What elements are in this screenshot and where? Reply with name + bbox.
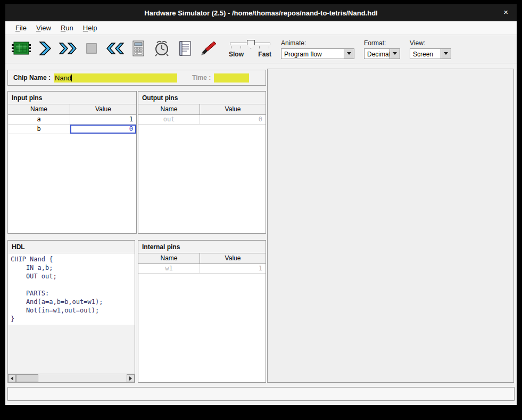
table-row: w1 1	[138, 264, 266, 274]
stop-button[interactable]	[80, 38, 103, 60]
view-dropdown-button[interactable]	[441, 49, 451, 59]
chip-name-bar: Chip Name : Nand Time :	[7, 70, 266, 86]
table-row: out 0	[138, 115, 266, 125]
clear-button[interactable]	[197, 38, 220, 60]
hdl-horizontal-scrollbar[interactable]	[8, 374, 135, 382]
output-pins-title: Output pins	[138, 92, 266, 104]
output-pins-header: Name Value	[138, 104, 266, 115]
document-icon	[178, 40, 192, 58]
pin-name: w1	[138, 264, 200, 273]
pin-value: 0	[200, 115, 266, 124]
column-header-value: Value	[200, 253, 266, 263]
input-pins-title: Input pins	[8, 92, 136, 104]
chip-name-input[interactable]: Nand	[54, 73, 177, 83]
input-pins-panel: Input pins Name Value a 1 b 0	[7, 91, 137, 234]
status-message-bar	[7, 387, 515, 401]
speed-slider: Slow Fast	[229, 40, 271, 58]
pin-value-selected[interactable]: 0	[70, 125, 136, 134]
slider-slow-label: Slow	[229, 51, 244, 58]
arrow-right-icon	[129, 376, 132, 381]
input-pins-body: a 1 b 0	[8, 115, 136, 233]
view-label: View:	[410, 39, 451, 47]
reset-icon	[105, 41, 125, 57]
animate-value: Program flow	[281, 49, 344, 59]
internal-pins-header: Name Value	[138, 253, 266, 264]
slider-fast-label: Fast	[258, 51, 271, 58]
hdl-panel: HDL CHIP Nand { IN a,b; OUT out; PARTS: …	[7, 240, 135, 383]
input-pins-header: Name Value	[8, 104, 136, 115]
output-pins-panel: Output pins Name Value out 0	[138, 91, 266, 234]
column-header-name: Name	[138, 253, 200, 263]
calculator-icon	[131, 40, 146, 59]
screen-view-panel	[267, 69, 514, 383]
pin-value: 1	[200, 264, 266, 273]
reset-button[interactable]	[104, 38, 126, 60]
single-step-icon	[37, 41, 53, 57]
column-header-value: Value	[70, 104, 136, 114]
table-row: a 1	[8, 115, 136, 125]
chevron-down-icon	[347, 52, 351, 55]
pin-name: a	[8, 115, 70, 124]
load-chip-button[interactable]	[10, 38, 32, 60]
internal-pins-panel: Internal pins Name Value w1 1	[138, 240, 266, 383]
single-step-button[interactable]	[34, 38, 56, 60]
main-area: Chip Name : Nand Time : Input pins Name …	[5, 63, 517, 405]
brush-icon	[200, 40, 217, 58]
column-header-name: Name	[8, 104, 70, 114]
format-select[interactable]: Decimal	[364, 48, 400, 59]
menu-run[interactable]: Run	[56, 22, 78, 34]
scroll-left-button[interactable]	[8, 374, 16, 382]
column-header-value: Value	[200, 104, 266, 114]
window-title: Hardware Simulator (2.5) - /home/thomas/…	[144, 9, 377, 17]
scroll-right-button[interactable]	[127, 374, 135, 382]
toolbar: Slow Fast Animate: Program flow Format: …	[5, 35, 517, 63]
view-value: Screen	[410, 49, 441, 59]
output-pins-body: out 0	[138, 115, 266, 233]
chip-name-label: Chip Name :	[13, 74, 51, 81]
hdl-body: CHIP Nand { IN a,b; OUT out; PARTS: And(…	[8, 253, 135, 382]
hdl-code: CHIP Nand { IN a,b; OUT out; PARTS: And(…	[8, 253, 135, 325]
menu-view[interactable]: View	[31, 22, 56, 34]
title-bar: Hardware Simulator (2.5) - /home/thomas/…	[5, 4, 517, 21]
internal-pins-title: Internal pins	[138, 241, 266, 253]
app-window: Hardware Simulator (2.5) - /home/thomas/…	[5, 4, 517, 405]
animate-dropdown-button[interactable]	[344, 49, 354, 59]
text-caret	[71, 75, 72, 81]
chevron-down-icon	[444, 52, 448, 55]
time-field	[214, 73, 249, 83]
hdl-title: HDL	[8, 241, 135, 253]
scrollbar-thumb[interactable]	[16, 374, 38, 382]
close-button[interactable]: ×	[503, 7, 508, 17]
time-label: Time :	[192, 74, 211, 81]
table-row: b 0	[8, 125, 136, 134]
format-dropdown-button[interactable]	[390, 49, 400, 59]
chevron-down-icon	[393, 52, 397, 55]
view-select[interactable]: Screen	[410, 48, 451, 59]
animate-label: Animate:	[281, 39, 354, 47]
menu-help[interactable]: Help	[78, 22, 102, 34]
column-header-name: Name	[138, 104, 200, 114]
clock-icon	[154, 40, 170, 59]
menu-bar: File View Run Help	[5, 21, 517, 35]
stop-icon	[85, 42, 98, 56]
pin-name: out	[138, 115, 200, 124]
menu-file[interactable]: File	[11, 22, 31, 34]
format-value: Decimal	[364, 49, 390, 59]
pin-value[interactable]: 1	[70, 115, 136, 124]
eval-button[interactable]	[127, 38, 150, 60]
run-icon	[59, 41, 78, 57]
chip-name-text: Nand	[55, 74, 71, 82]
pin-name: b	[8, 125, 70, 134]
ticktock-button[interactable]	[151, 38, 173, 60]
scrollbar-track[interactable]	[16, 374, 127, 382]
format-label: Format:	[364, 39, 400, 47]
load-chip-icon	[11, 40, 31, 58]
animate-select[interactable]: Program flow	[281, 48, 354, 59]
internal-pins-body: w1 1	[138, 264, 266, 382]
run-button[interactable]	[57, 38, 79, 60]
view-hdl-button[interactable]	[174, 38, 196, 60]
arrow-left-icon	[11, 376, 13, 381]
